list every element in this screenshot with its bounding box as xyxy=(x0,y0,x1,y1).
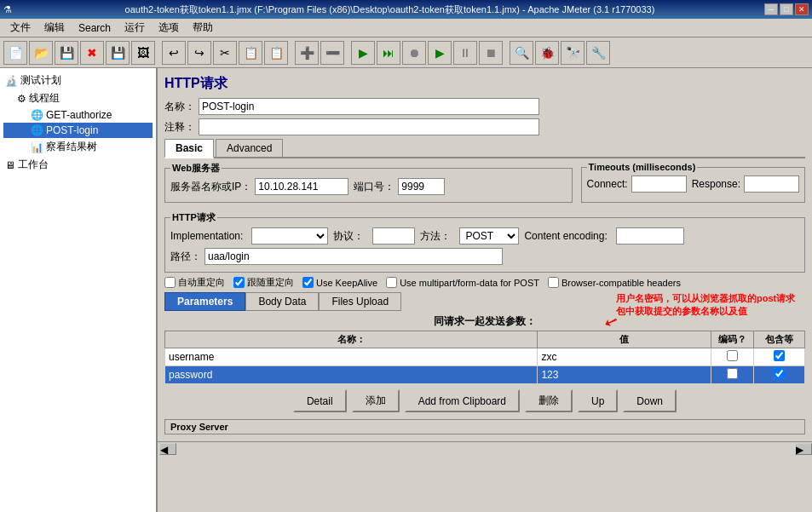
tabs-bar: Basic Advanced xyxy=(164,139,805,158)
tab-basic[interactable]: Basic xyxy=(164,139,214,158)
tb-run[interactable]: ▶ xyxy=(351,41,375,65)
tb-run-step[interactable]: ⏭ xyxy=(377,41,400,65)
post-login-icon: 🌐 xyxy=(31,124,43,136)
tb-img[interactable]: 🖼 xyxy=(131,41,155,65)
menu-run[interactable]: 运行 xyxy=(118,19,152,37)
menu-file[interactable]: 文件 xyxy=(3,19,37,37)
tb-debug[interactable]: 🐞 xyxy=(535,41,559,65)
menu-help[interactable]: 帮助 xyxy=(186,19,220,37)
tb-collapse[interactable]: ➖ xyxy=(320,41,344,65)
comment-input[interactable] xyxy=(199,118,539,135)
impl-select[interactable] xyxy=(251,227,328,244)
response-input[interactable] xyxy=(744,175,799,193)
subtab-body-data[interactable]: Body Data xyxy=(245,292,319,311)
add-button[interactable]: 添加 xyxy=(352,389,400,412)
title-bar-controls: ─ □ ✕ xyxy=(764,3,809,15)
table-row[interactable]: username zxc xyxy=(165,348,805,366)
main-layout: 🔬 测试计划 ⚙ 线程组 🌐 GET-authorize 🌐 POST-logi… xyxy=(0,68,812,512)
http-request-section: HTTP请求 Implementation: 协议： 方法： POST GET … xyxy=(164,211,805,273)
name-label: 名称： xyxy=(164,100,195,114)
tb-binocular[interactable]: 🔭 xyxy=(561,41,585,65)
server-input[interactable] xyxy=(255,178,348,195)
sidebar-item-test-plan[interactable]: 🔬 测试计划 xyxy=(3,72,153,89)
scrollbar-left[interactable]: ◀ xyxy=(159,443,176,455)
menu-bar: 文件 编辑 Search 运行 选项 帮助 xyxy=(0,19,812,37)
params-section-label: 同请求一起发送参数： xyxy=(164,314,805,329)
timeouts-legend: Timeouts (milliseconds) xyxy=(587,162,698,172)
tb-stop-red[interactable]: ✖ xyxy=(80,41,104,65)
tb-extra[interactable]: 🔧 xyxy=(586,41,610,65)
tb-open[interactable]: 📂 xyxy=(29,41,53,65)
browser-headers-checkbox[interactable]: Browser-compatible headers xyxy=(548,277,681,288)
tb-copy[interactable]: 📋 xyxy=(239,41,262,65)
param-include-username xyxy=(754,348,805,366)
port-input[interactable] xyxy=(398,178,445,195)
table-row[interactable]: password 123 xyxy=(165,366,805,384)
tb-run2[interactable]: ▶ xyxy=(428,41,452,65)
col-value: 值 xyxy=(538,331,711,348)
http-request-legend: HTTP请求 xyxy=(170,211,217,224)
tb-pause[interactable]: ⏸ xyxy=(453,41,477,65)
maximize-button[interactable]: □ xyxy=(780,3,793,15)
path-input[interactable] xyxy=(204,248,503,265)
scrollbar-right[interactable]: ▶ xyxy=(795,443,812,455)
tb-paste[interactable]: 📋 xyxy=(264,41,288,65)
connect-input[interactable] xyxy=(631,175,687,193)
add-clipboard-button[interactable]: Add from Clipboard xyxy=(405,389,520,412)
menu-edit[interactable]: 编辑 xyxy=(37,19,72,37)
method-select[interactable]: POST GET xyxy=(459,227,519,244)
tb-new[interactable]: 📄 xyxy=(3,41,27,65)
tb-expand[interactable]: ➕ xyxy=(295,41,319,65)
tb-redo[interactable]: ↪ xyxy=(187,41,211,65)
port-label: 端口号： xyxy=(354,180,394,194)
follow-redirect-checkbox[interactable]: 跟随重定向 xyxy=(233,276,294,289)
encoding-label: Content encoding: xyxy=(524,230,607,242)
menu-search[interactable]: Search xyxy=(72,20,118,36)
subtabs-bar: Parameters Body Data Files Upload xyxy=(164,292,805,311)
sidebar-item-workbench[interactable]: 🖥 工作台 xyxy=(3,156,153,174)
up-button[interactable]: Up xyxy=(578,389,618,412)
web-server-legend: Web服务器 xyxy=(170,162,222,175)
subtab-files-upload[interactable]: Files Upload xyxy=(319,292,401,311)
params-table: 名称： 值 编码？ 包含等 username zxc xyxy=(164,331,805,384)
close-button[interactable]: ✕ xyxy=(795,3,809,15)
impl-row: Implementation: 协议： 方法： POST GET Content… xyxy=(170,227,799,244)
down-button[interactable]: Down xyxy=(623,389,677,412)
protocol-label: 协议： xyxy=(333,229,364,244)
params-table-body: username zxc password 123 xyxy=(165,348,805,384)
timeouts-row: Connect: Response: xyxy=(587,175,799,193)
sidebar-item-post-login[interactable]: 🌐 POST-login xyxy=(3,123,153,138)
tb-search[interactable]: 🔍 xyxy=(510,41,533,65)
sidebar-item-get-authorize[interactable]: 🌐 GET-authorize xyxy=(3,107,153,123)
tb-stop[interactable]: ⏹ xyxy=(479,41,503,65)
path-row: 路径： xyxy=(170,248,799,265)
tb-undo[interactable]: ↩ xyxy=(162,41,186,65)
tab-advanced[interactable]: Advanced xyxy=(216,139,283,157)
subtab-parameters[interactable]: Parameters xyxy=(164,292,245,311)
detail-button[interactable]: Detail xyxy=(293,389,347,412)
proxy-server-section: Proxy Server xyxy=(164,419,805,434)
tb-save[interactable]: 💾 xyxy=(55,41,78,65)
delete-button[interactable]: 删除 xyxy=(525,389,573,412)
keep-alive-checkbox[interactable]: Use KeepAlive xyxy=(302,277,377,288)
tb-record[interactable]: ⏺ xyxy=(402,41,426,65)
protocol-input[interactable] xyxy=(372,227,415,244)
test-plan-icon: 🔬 xyxy=(5,75,18,87)
panel-title: HTTP请求 xyxy=(164,75,805,93)
sidebar-item-thread-group[interactable]: ⚙ 线程组 xyxy=(3,89,153,107)
sidebar-item-results-tree[interactable]: 📊 察看结果树 xyxy=(3,138,153,156)
name-row: 名称： xyxy=(164,98,805,115)
tb-cut[interactable]: ✂ xyxy=(213,41,237,65)
param-include-password xyxy=(754,366,805,384)
tb-save2[interactable]: 💾 xyxy=(106,41,130,65)
minimize-button[interactable]: ─ xyxy=(764,3,778,15)
param-name-password: password xyxy=(165,366,538,384)
connect-label: Connect: xyxy=(587,178,628,190)
horizontal-scrollbar[interactable]: ◀ ▶ xyxy=(158,441,812,455)
name-input[interactable] xyxy=(199,98,539,115)
menu-options[interactable]: 选项 xyxy=(152,19,186,37)
multipart-checkbox[interactable]: Use multipart/form-data for POST xyxy=(386,277,539,288)
auto-redirect-checkbox[interactable]: 自动重定向 xyxy=(164,276,225,289)
web-server-section: Web服务器 服务器名称或IP： 端口号： xyxy=(164,162,573,203)
encoding-input[interactable] xyxy=(616,227,684,244)
